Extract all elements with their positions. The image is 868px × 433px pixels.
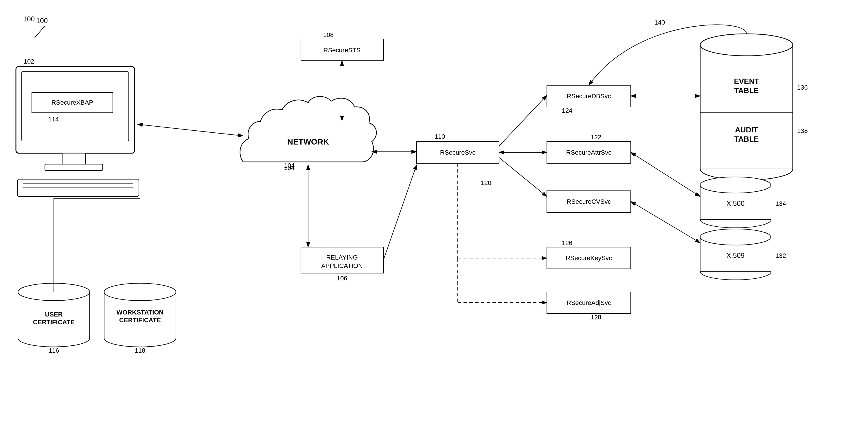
svg-text:138: 138 <box>797 127 808 134</box>
svg-text:X.509: X.509 <box>726 252 745 259</box>
svg-text:EVENT: EVENT <box>734 77 759 86</box>
svg-line-82 <box>631 201 700 243</box>
svg-text:126: 126 <box>562 239 572 246</box>
svg-text:140: 140 <box>654 19 665 26</box>
svg-text:106: 106 <box>337 275 347 282</box>
svg-text:CERTIFICATE: CERTIFICATE <box>119 317 161 324</box>
svg-text:122: 122 <box>591 134 601 141</box>
svg-rect-10 <box>18 179 139 197</box>
svg-text:RSecureSTS: RSecureSTS <box>323 46 361 54</box>
svg-line-77 <box>499 95 547 146</box>
svg-text:WORKSTATION: WORKSTATION <box>117 309 164 316</box>
svg-text:CERTIFICATE: CERTIFICATE <box>33 319 75 326</box>
svg-text:NETWORK: NETWORK <box>287 137 329 146</box>
svg-text:RSecureXBAP: RSecureXBAP <box>52 99 93 106</box>
svg-rect-54 <box>700 45 793 169</box>
svg-line-81 <box>499 158 547 197</box>
svg-text:X.500: X.500 <box>726 199 745 207</box>
svg-text:AUDIT: AUDIT <box>735 126 758 134</box>
svg-rect-9 <box>45 164 103 171</box>
svg-text:APPLICATION: APPLICATION <box>321 262 363 269</box>
svg-text:134: 134 <box>775 200 786 207</box>
svg-line-76 <box>383 165 416 260</box>
svg-point-68 <box>700 229 771 245</box>
svg-text:116: 116 <box>49 347 59 354</box>
svg-text:RSecureKeySvc: RSecureKeySvc <box>566 254 612 262</box>
svg-text:RSecureAdjSvc: RSecureAdjSvc <box>566 299 611 306</box>
svg-text:128: 128 <box>591 313 601 321</box>
svg-text:110: 110 <box>435 133 445 140</box>
svg-text:118: 118 <box>135 347 146 354</box>
figure-number: 100 <box>23 15 35 23</box>
svg-text:USER: USER <box>45 311 62 318</box>
svg-text:114: 114 <box>48 115 59 123</box>
svg-text:124: 124 <box>562 107 572 114</box>
svg-line-80 <box>631 152 700 197</box>
svg-text:RSecureAttrSvc: RSecureAttrSvc <box>566 149 612 156</box>
svg-line-88 <box>35 26 45 38</box>
svg-text:RSecureSvc: RSecureSvc <box>440 149 475 156</box>
svg-text:RSecureCVSvc: RSecureCVSvc <box>567 198 611 205</box>
svg-text:136: 136 <box>797 84 808 91</box>
svg-text:RELAYING: RELAYING <box>326 254 358 261</box>
svg-text:TABLE: TABLE <box>734 135 759 143</box>
svg-text:104: 104 <box>284 164 295 171</box>
svg-line-74 <box>137 124 243 136</box>
svg-text:120: 120 <box>481 179 492 187</box>
svg-text:RSecureDBSvc: RSecureDBSvc <box>567 93 611 100</box>
svg-text:108: 108 <box>323 31 334 38</box>
svg-text:TABLE: TABLE <box>734 86 759 95</box>
svg-text:132: 132 <box>775 252 786 259</box>
svg-point-55 <box>700 34 793 56</box>
svg-text:102: 102 <box>24 58 34 65</box>
svg-text:100: 100 <box>36 17 48 25</box>
svg-point-64 <box>700 177 771 193</box>
svg-rect-8 <box>62 153 85 165</box>
